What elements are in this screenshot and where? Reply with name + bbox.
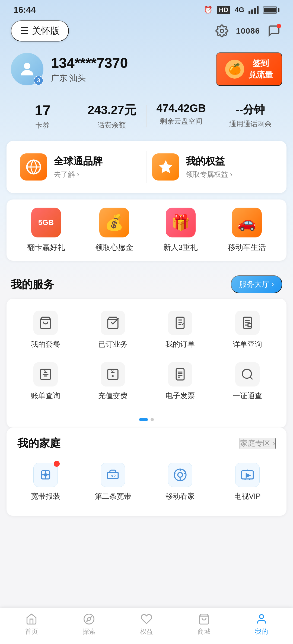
recharge-label: 充值交费: [98, 391, 128, 401]
nav-benefits-label: 权益: [140, 627, 153, 636]
quick-item-wish[interactable]: 💰 领取心愿金: [95, 208, 133, 253]
svg-point-38: [260, 615, 264, 619]
wish-label: 领取心愿金: [95, 242, 133, 253]
flipcard-icon: 5GB: [31, 208, 61, 237]
svg-point-1: [24, 63, 30, 69]
svg-rect-19: [176, 369, 184, 380]
dot-2: [151, 418, 154, 421]
broadband-badge: [54, 461, 60, 467]
family-section: 我的家庭 家庭专区 › 宽带报装 x2 第二条宽带: [7, 428, 286, 516]
level-badge: 3: [34, 76, 43, 85]
global-brand-text: 全球通品牌 去了解 ›: [54, 155, 103, 179]
family-zone-label: 家庭专区 ›: [240, 438, 275, 449]
service-orders[interactable]: 我的订单: [146, 304, 214, 356]
bottom-nav: 首页 探索 权益 商城 我的: [0, 608, 293, 644]
family-broadband[interactable]: 宽带报装: [12, 456, 79, 508]
newuser-icon: 🎁: [166, 208, 196, 237]
sign-in-button[interactable]: 🍊 签到兑流量: [216, 52, 282, 86]
quick-item-newuser[interactable]: 🎁 新人3重礼: [163, 208, 198, 253]
quick-item-flipcard[interactable]: 5GB 翻卡赢好礼: [27, 208, 65, 253]
nav-shop[interactable]: 商城: [175, 613, 233, 636]
avatar-wrap[interactable]: 3: [11, 53, 43, 85]
pagination-dots: [7, 415, 286, 428]
benefits-item[interactable]: 我的权益 领取专属权益 ›: [146, 151, 279, 183]
family-second-broadband[interactable]: x2 第二条宽带: [79, 456, 146, 508]
top-nav-icons: 10086: [214, 23, 282, 39]
orders-icon: [168, 311, 192, 335]
services-grid: 我的套餐 已订业务 我的订单: [7, 299, 286, 415]
orders-label: 我的订单: [165, 339, 195, 349]
svg-point-0: [220, 29, 224, 33]
quick-actions: 5GB 翻卡赢好礼 💰 领取心愿金 🎁 新人3重礼 🚗 移动车生活: [7, 199, 286, 261]
idcheck-label: 一证通查: [233, 391, 262, 401]
subscribed-icon: [101, 311, 125, 335]
nav-benefits[interactable]: 权益: [118, 613, 175, 636]
global-brand-icon: [20, 153, 47, 181]
settings-icon[interactable]: [214, 23, 230, 39]
service-number-label: 10086: [236, 26, 260, 36]
global-brand-name: 全球通品牌: [54, 155, 103, 168]
tvvip-label: 电视VIP: [234, 491, 261, 501]
benefits-sub: 领取专属权益 ›: [186, 170, 233, 179]
service-subscribed[interactable]: 已订业务: [79, 304, 146, 356]
svg-point-35: [84, 614, 94, 624]
stat-calls[interactable]: --分钟 通用通话剩余: [216, 102, 285, 130]
bill-label: 账单查询: [31, 391, 60, 401]
nav-home-label: 首页: [25, 627, 38, 636]
status-time: 16:44: [14, 5, 36, 15]
second-broadband-icon: x2: [101, 463, 125, 487]
svg-marker-36: [87, 617, 91, 621]
stat-coupons-value: 17: [8, 102, 77, 118]
dot-1: [139, 418, 148, 421]
service-recharge[interactable]: ¥ 充值交费: [79, 356, 146, 407]
top-nav: ☰ 关怀版 10086: [0, 18, 293, 47]
service-detail[interactable]: 详单查询: [214, 304, 281, 356]
broadband-label: 宽带报装: [31, 491, 60, 501]
global-brand-item[interactable]: 全球通品牌 去了解 ›: [15, 151, 146, 183]
services-header: 我的服务 服务大厅 ›: [0, 267, 293, 299]
family-camera[interactable]: 移动看家: [146, 456, 214, 508]
service-bill[interactable]: ¥ 账单查询: [12, 356, 79, 407]
signal-icon: [249, 6, 259, 14]
family-zone-button[interactable]: 家庭专区 ›: [240, 438, 276, 449]
svg-text:¥: ¥: [44, 369, 47, 374]
message-icon[interactable]: [266, 23, 282, 39]
services-hall-button[interactable]: 服务大厅 ›: [231, 275, 282, 293]
nav-shop-label: 商城: [198, 627, 211, 636]
svg-point-32: [178, 472, 182, 477]
stat-coupons[interactable]: 17 卡券: [8, 102, 77, 130]
svg-rect-10: [248, 323, 251, 327]
benefits-icon: [152, 153, 179, 181]
user-details: 134****7370 广东 汕头: [51, 55, 128, 84]
family-tvvip[interactable]: 电视VIP: [214, 456, 281, 508]
detail-icon: [235, 311, 260, 335]
quick-item-car[interactable]: 🚗 移动车生活: [228, 208, 266, 253]
service-package[interactable]: 我的套餐: [12, 304, 79, 356]
benefits-text: 我的权益 领取专属权益 ›: [186, 155, 233, 179]
flipcard-label: 翻卡赢好礼: [27, 242, 65, 253]
broadband-icon: [33, 463, 58, 487]
care-mode-button[interactable]: ☰ 关怀版: [11, 20, 69, 41]
nav-explore-label: 探索: [82, 627, 95, 636]
sign-label: 签到兑流量: [249, 58, 273, 80]
service-number-button[interactable]: 10086: [240, 23, 256, 39]
stat-calls-value: --分钟: [216, 102, 285, 117]
stat-balance-label: 话费余额: [77, 120, 146, 130]
service-einvoice[interactable]: 电子发票: [146, 356, 214, 407]
stat-balance-value: 243.27元: [77, 102, 146, 118]
family-title: 我的家庭: [17, 436, 61, 451]
car-icon: 🚗: [232, 208, 262, 237]
stat-balance[interactable]: 243.27元 话费余额: [77, 102, 146, 130]
service-idcheck[interactable]: 一证通查: [214, 356, 281, 407]
stat-cloud[interactable]: 474.42GB 剩余云盘空间: [147, 102, 216, 130]
subscribed-label: 已订业务: [98, 339, 128, 349]
user-location: 广东 汕头: [51, 73, 128, 84]
nav-home[interactable]: 首页: [3, 613, 60, 636]
idcheck-icon: [235, 362, 260, 387]
nav-mine[interactable]: 我的: [233, 613, 290, 636]
brand-card: 全球通品牌 去了解 › 我的权益 领取专属权益 ›: [7, 141, 286, 193]
care-label: 关怀版: [32, 25, 60, 37]
svg-rect-5: [176, 317, 184, 329]
einvoice-label: 电子发票: [165, 391, 195, 401]
nav-explore[interactable]: 探索: [60, 613, 118, 636]
